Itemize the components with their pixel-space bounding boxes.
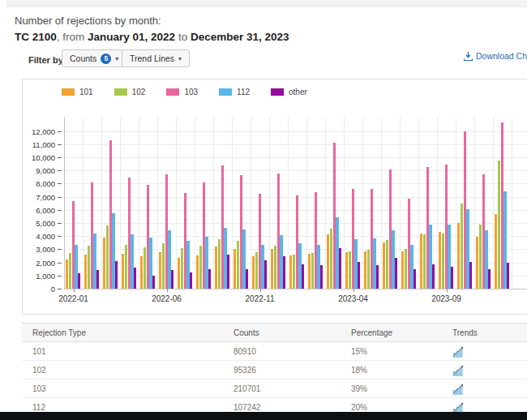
counts-cell: 210701 — [223, 379, 341, 398]
y-axis-tick-mark — [58, 131, 62, 132]
bar-other-2022-08 — [208, 269, 211, 289]
y-axis-tick-mark — [58, 276, 62, 276]
y-axis-tick-mark — [58, 197, 62, 198]
y-axis-tick-label: 3,000 — [21, 245, 55, 254]
page-root: Number of rejections by month: TC 2100, … — [0, 0, 527, 420]
bar-other-2022-12 — [283, 256, 285, 289]
bar-other-2023-03 — [339, 248, 341, 289]
gridline-vertical — [437, 117, 438, 289]
rejection-type-cell: 102 — [22, 361, 223, 379]
y-axis-tick-label: 9,000 — [21, 166, 55, 175]
y-axis-tick-label: 8,000 — [21, 179, 55, 188]
y-axis-tick-label: 12,000 — [21, 127, 55, 136]
x-axis-tick-label: 2023-09 — [422, 294, 471, 303]
bar-other-2023-06 — [395, 258, 397, 289]
to-label: to — [175, 31, 191, 43]
trends-cell — [442, 361, 527, 379]
rejections-table: Rejection Type Counts Percentage Trends … — [22, 323, 527, 417]
bar-other-2023-12 — [507, 263, 509, 289]
table-row-101: 1018091015% — [22, 342, 527, 361]
bar-other-2022-04 — [134, 268, 136, 289]
bar-other-2023-11 — [488, 269, 491, 289]
y-axis-tick-label: 2,000 — [21, 259, 55, 268]
bar-other-2023-01 — [302, 264, 304, 289]
y-axis-tick-mark — [58, 223, 62, 224]
legend-label: 103 — [184, 88, 198, 96]
legend-item-103: 103 — [166, 88, 198, 96]
trend-up-bar-chart-icon[interactable] — [452, 346, 465, 358]
legend-swatch-icon — [271, 88, 284, 96]
legend-swatch-icon — [219, 88, 232, 96]
bar-other-2022-09 — [227, 255, 229, 289]
gridline-vertical — [288, 117, 289, 289]
x-axis-tick-mark — [167, 289, 168, 292]
x-axis-tick-label: 2023-04 — [329, 294, 378, 303]
y-axis-tick-label: 7,000 — [21, 193, 55, 202]
gridline-vertical — [195, 117, 195, 289]
legend-swatch-icon — [166, 88, 179, 96]
trends-cell — [442, 379, 527, 398]
gridline-vertical — [157, 117, 158, 289]
bar-other-2022-06 — [171, 270, 174, 289]
gridline-vertical — [232, 117, 233, 289]
tc-label: TC 2100 — [15, 31, 57, 43]
table-row-102: 1029532618% — [22, 361, 527, 379]
gridline-vertical — [400, 117, 401, 289]
x-axis-tick-label: 2022-01 — [49, 294, 98, 303]
gridline-vertical — [456, 117, 456, 289]
legend-label: 101 — [79, 88, 93, 96]
y-axis-tick-label: 10,000 — [21, 153, 55, 162]
gridline-vertical — [213, 117, 214, 289]
bar-other-2023-07 — [413, 269, 416, 289]
header-rejection-type: Rejection Type — [22, 324, 223, 343]
legend-label: 112 — [237, 88, 250, 96]
bar-other-2023-09 — [451, 267, 453, 289]
table-body: 1018091015% 1029532618% 10321070139% 112… — [22, 342, 527, 417]
y-axis-tick-label: 0 — [21, 285, 55, 294]
bar-other-2023-10 — [469, 262, 472, 289]
gridline-vertical — [139, 117, 139, 289]
percentage-cell: 18% — [341, 361, 442, 379]
y-axis-tick-mark — [58, 170, 62, 171]
from-label: , from — [57, 31, 88, 43]
bar-other-2023-04 — [358, 262, 360, 289]
bottom-bar — [0, 412, 527, 420]
trend-up-bar-chart-icon[interactable] — [452, 365, 465, 376]
bar-other-2022-05 — [152, 276, 155, 289]
download-link-label: Download Chart Data — [476, 51, 527, 61]
legend-item-102: 102 — [114, 88, 146, 96]
trend-lines-filter-button[interactable]: Trend Lines ▾ — [122, 49, 190, 67]
x-axis-tick-label: 2022-11 — [236, 294, 285, 303]
y-axis-tick-mark — [58, 236, 62, 237]
gridline-vertical — [344, 117, 345, 289]
rejection-type-cell: 103 — [22, 379, 223, 398]
gridline-horizontal — [64, 183, 527, 184]
y-axis-line — [64, 117, 65, 289]
gridline-horizontal — [64, 170, 527, 171]
header-counts: Counts — [223, 324, 341, 343]
gridline-vertical — [418, 117, 419, 289]
gridline-vertical — [381, 117, 382, 289]
gridline-vertical — [474, 117, 475, 289]
top-strip — [6, 0, 527, 7]
gridline-vertical — [269, 117, 270, 289]
gridline-vertical — [306, 117, 307, 289]
gridline-vertical — [101, 117, 102, 289]
page-subtitle: TC 2100, from January 01, 2022 to Decemb… — [15, 31, 289, 43]
gridline-horizontal — [64, 157, 527, 158]
counts-filter-button[interactable]: Counts 5 ▾ — [62, 49, 126, 67]
download-chart-data-link[interactable]: Download Chart Data — [464, 51, 527, 61]
x-axis-line — [64, 289, 527, 289]
percentage-cell: 15% — [341, 342, 442, 361]
counts-cell: 95326 — [223, 361, 341, 379]
legend-swatch-icon — [114, 88, 127, 96]
filter-by-label: Filter by — [28, 55, 63, 65]
trend-lines-filter-label: Trend Lines — [130, 54, 174, 63]
y-axis-tick-mark — [58, 249, 62, 250]
gridline-vertical — [83, 117, 84, 289]
start-date: January 01, 2022 — [88, 31, 175, 43]
bar-other-2022-07 — [190, 272, 192, 289]
trend-up-bar-chart-icon[interactable] — [452, 384, 465, 395]
legend-label: other — [289, 88, 307, 96]
gridline-vertical — [176, 117, 177, 289]
